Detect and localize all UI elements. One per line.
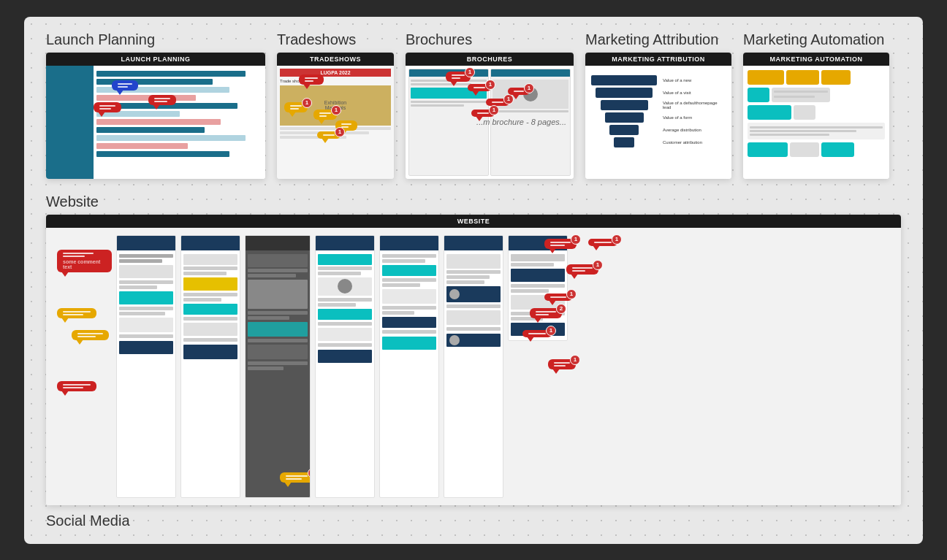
bubble-content: 1 <box>284 102 308 112</box>
bubble-content: some comment text <box>57 250 112 272</box>
tradeshows-header: TRADESHOWS <box>277 53 394 66</box>
comment-bubble-web-right-6[interactable]: 1 <box>522 330 552 337</box>
web-page-7 <box>508 235 568 341</box>
bubble-content <box>94 102 121 112</box>
brochures-card[interactable]: BROCHURES <box>406 53 574 179</box>
comment-bubble-ts-5[interactable]: 1 <box>317 131 341 139</box>
tradeshows-title: Tradeshows <box>277 31 394 48</box>
website-card[interactable]: WEBSITE some comment text <box>46 215 901 505</box>
comment-bubble-web-right-5[interactable]: 2 <box>530 308 562 318</box>
bubble-content <box>72 330 109 340</box>
comment-bubble-web-1[interactable]: some comment text <box>57 250 112 272</box>
comment-bubble-launch-2[interactable] <box>94 102 121 112</box>
website-body: some comment text <box>46 228 901 505</box>
marketing-automation-title: Marketing Automation <box>743 31 889 48</box>
comment-bubble-web-4[interactable] <box>57 381 96 391</box>
bubble-content: 1 <box>588 239 617 246</box>
website-header: WEBSITE <box>46 215 901 228</box>
marketing-automation-section: Marketing Automation MARKETING AUTOMATIO… <box>743 31 889 179</box>
comment-bubble-web-page3[interactable]: 1 <box>280 472 311 483</box>
bubble-content <box>112 80 138 91</box>
brochures-section: Brochures BROCHURES <box>406 31 574 179</box>
automation-card[interactable]: MARKETING AUTOMATION <box>743 53 889 179</box>
comment-bubble-web-right-1[interactable]: 1 <box>544 239 577 249</box>
marketing-attribution-title: Marketing Attribution <box>585 31 731 48</box>
bubble-content: 1 <box>486 99 509 106</box>
bubble-content: 1 <box>508 88 530 95</box>
bubble-content: 1 <box>471 110 495 117</box>
social-media-title: Social Media <box>46 513 901 529</box>
website-right-area: 1 1 1 <box>444 235 894 498</box>
bubble-content: 1 <box>280 472 311 483</box>
automation-header: MARKETING AUTOMATION <box>743 53 889 66</box>
comment-bubble-br-3[interactable]: 1 <box>486 99 509 106</box>
attribution-header: MARKETING ATTRIBUTION <box>585 53 731 66</box>
comment-bubble-web-right-3[interactable]: 1 <box>566 264 598 275</box>
bubble-content <box>148 95 176 105</box>
website-far-right: 1 1 1 <box>508 235 894 498</box>
bubble-content <box>57 308 96 318</box>
launch-planning-title: Launch Planning <box>46 31 265 48</box>
bubble-content: 1 <box>522 330 552 337</box>
web-page-1 <box>116 235 176 498</box>
web-page-2 <box>180 235 240 498</box>
website-comments-left: some comment text <box>53 235 112 498</box>
launch-planning-card[interactable]: LAUNCH PLANNING <box>46 53 265 179</box>
web-page-5 <box>379 235 439 498</box>
comment-bubble-br-4[interactable]: 1 <box>508 88 530 95</box>
bubble-content: 1 <box>544 239 577 249</box>
comment-bubble-web-3[interactable] <box>72 330 109 340</box>
bubble-content: 1 <box>544 294 572 301</box>
brochures-title: Brochures <box>406 31 574 48</box>
brochures-overlay-text: ...m brochure - 8 pages... <box>476 118 566 126</box>
bubble-content: 1 <box>566 264 598 275</box>
web-page-4 <box>315 235 375 498</box>
bubble-content: 2 <box>530 308 562 318</box>
comment-bubble-ts-1[interactable] <box>299 74 324 85</box>
main-board: Launch Planning LAUNCH PLANNING <box>24 17 923 544</box>
brochures-body: ...m brochure - 8 pages... 1 1 <box>406 66 574 179</box>
bubble-content: 1 <box>548 359 576 369</box>
comment-bubble-br-2[interactable]: 1 <box>468 84 491 91</box>
automation-body <box>743 66 889 179</box>
comment-bubble-ts-2[interactable]: 1 <box>284 102 308 112</box>
web-page-3: 1 <box>245 235 311 498</box>
bubble-content <box>57 381 96 391</box>
comment-bubble-web-right-4[interactable]: 1 <box>544 294 572 301</box>
web-page-6 <box>444 235 503 498</box>
attribution-card[interactable]: MARKETING ATTRIBUTION Valu <box>585 53 731 179</box>
comment-bubble-launch-1[interactable] <box>112 80 138 91</box>
bubble-content: 1 <box>446 72 471 82</box>
launch-planning-section: Launch Planning LAUNCH PLANNING <box>46 31 265 179</box>
bubble-content <box>299 74 324 85</box>
marketing-attribution-section: Marketing Attribution MARKETING ATTRIBUT… <box>585 31 731 179</box>
tradeshows-card[interactable]: TRADESHOWS LUGPA 2022 Trade show content… <box>277 53 394 179</box>
website-section: Website WEBSITE some comment text <box>46 193 901 505</box>
comment-bubble-web-right-2[interactable]: 1 <box>588 239 617 246</box>
comment-bubble-launch-3[interactable] <box>148 95 176 105</box>
attribution-body: Value of a new Value of a visit Value of… <box>585 66 731 179</box>
top-row: Launch Planning LAUNCH PLANNING <box>46 31 901 179</box>
comment-bubble-br-1[interactable]: 1 <box>446 72 471 82</box>
comment-bubble-web-right-7[interactable]: 1 <box>548 359 576 369</box>
bubble-content: 1 <box>313 110 337 120</box>
comment-bubble-ts-3[interactable]: 1 <box>313 110 337 120</box>
tradeshows-body: LUGPA 2022 Trade show content Exhibition… <box>277 66 394 179</box>
launch-planning-body <box>46 66 265 179</box>
comment-bubble-web-2[interactable] <box>57 308 96 318</box>
website-title: Website <box>46 193 901 210</box>
comment-bubble-br-5[interactable]: 1 <box>471 110 495 117</box>
bubble-content: 1 <box>468 84 491 91</box>
tradeshows-section: Tradeshows TRADESHOWS LUGPA 2022 Trade s… <box>277 31 394 179</box>
brochures-header: BROCHURES <box>406 53 574 66</box>
bubble-content: 1 <box>317 131 341 139</box>
launch-planning-header: LAUNCH PLANNING <box>46 53 265 66</box>
